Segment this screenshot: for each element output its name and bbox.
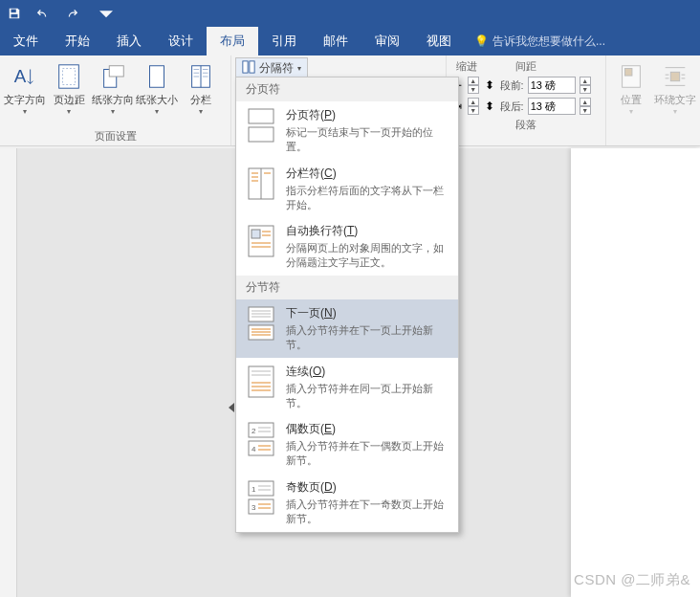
menu-item-page-break[interactable]: 分页符(P) 标记一页结束与下一页开始的位置。	[236, 101, 458, 160]
indent-header: 缩进	[456, 59, 477, 74]
quick-access-toolbar	[0, 0, 700, 27]
tab-review[interactable]: 审阅	[361, 27, 413, 55]
svg-rect-24	[670, 72, 679, 80]
svg-text:3: 3	[252, 503, 256, 512]
svg-text:1: 1	[252, 485, 256, 494]
svg-rect-3	[59, 65, 79, 88]
text-direction-icon: A	[11, 61, 39, 92]
svg-rect-0	[11, 10, 16, 13]
spacing-header: 间距	[515, 59, 536, 74]
menu-item-next-page[interactable]: 下一页(N) 插入分节符并在下一页上开始新节。	[236, 299, 458, 358]
tab-mailings[interactable]: 邮件	[310, 27, 361, 55]
svg-rect-6	[109, 66, 123, 77]
menu-item-odd-page[interactable]: 13 奇数页(D) 插入分节符并在下一奇数页上开始新节。	[236, 474, 458, 532]
svg-text:4: 4	[252, 445, 256, 453]
continuous-icon	[246, 364, 276, 400]
group-paragraph: 缩进 间距 ⇤ ▲▼ ⬍ 段前: ▲▼ ⇥ ▲▼ ⬍ 段后: ▲▼ 段落	[447, 55, 606, 145]
menu-item-text-wrapping-break[interactable]: 自动换行符(T) 分隔网页上的对象周围的文字，如分隔题注文字与正文。	[236, 217, 458, 276]
tab-design[interactable]: 设计	[155, 27, 207, 55]
tab-file[interactable]: 文件	[0, 27, 52, 55]
wrap-text-button[interactable]: 环绕文字 ▾	[654, 57, 696, 116]
spacing-after-label: 段后:	[500, 100, 524, 114]
position-button[interactable]: 位置 ▾	[610, 57, 652, 116]
qat-customize-icon[interactable]	[98, 5, 115, 22]
svg-rect-40	[252, 230, 260, 238]
page-breaks-section-header: 分页符	[236, 77, 458, 101]
tell-me-search[interactable]: 💡 告诉我您想要做什么...	[465, 27, 700, 55]
spacing-before-label: 段前:	[500, 78, 524, 93]
size-button[interactable]: 纸张大小 ▾	[136, 57, 178, 116]
breaks-icon	[242, 60, 255, 77]
column-break-icon	[246, 166, 276, 202]
save-icon[interactable]	[6, 5, 23, 22]
lightbulb-icon: 💡	[474, 34, 489, 48]
columns-icon	[186, 61, 215, 92]
wrap-text-icon	[661, 61, 689, 92]
tab-layout[interactable]: 布局	[207, 27, 258, 55]
breaks-dropdown: 分页符 分页符(P) 标记一页结束与下一页开始的位置。 分栏符(C) 指示分栏符…	[235, 77, 459, 533]
margins-icon	[55, 61, 83, 92]
tab-references[interactable]: 引用	[258, 27, 310, 55]
section-breaks-section-header: 分节符	[236, 276, 458, 299]
spacing-before-spinner[interactable]: ▲▼	[580, 77, 591, 94]
group-arrange: 位置 ▾ 环绕文字 ▾	[606, 55, 700, 145]
svg-rect-32	[249, 127, 273, 142]
svg-rect-23	[624, 69, 632, 77]
spacing-after-input[interactable]	[528, 98, 576, 115]
menu-item-even-page[interactable]: 24 偶数页(E) 插入分节符并在下一偶数页上开始新节。	[236, 415, 458, 474]
tab-view[interactable]: 视图	[413, 27, 465, 55]
next-page-icon	[246, 305, 276, 342]
indent-right-spinner[interactable]: ▲▼	[468, 98, 479, 115]
page-break-icon	[246, 107, 276, 144]
text-wrapping-icon	[246, 223, 276, 259]
tab-home[interactable]: 开始	[52, 27, 103, 55]
spacing-after-icon: ⬍	[483, 100, 496, 113]
breaks-label: 分隔符	[259, 60, 294, 77]
orientation-icon	[98, 61, 127, 92]
tab-insert[interactable]: 插入	[103, 27, 155, 55]
spacing-before-input[interactable]	[528, 77, 576, 94]
svg-rect-1	[11, 14, 18, 18]
ribbon-layout: A 文字方向 ▾ 页边距 ▾ 纸张方向 ▾ 纸张大小 ▾ 分栏	[0, 55, 700, 146]
group-label-paragraph: 段落	[450, 116, 602, 134]
left-margin-strip	[0, 148, 17, 597]
indent-left-spinner[interactable]: ▲▼	[468, 77, 479, 94]
svg-rect-17	[250, 60, 254, 72]
ribbon-tabs: 文件 开始 插入 设计 布局 引用 邮件 审阅 视图 💡 告诉我您想要做什么..…	[0, 27, 700, 55]
svg-rect-7	[150, 66, 164, 88]
redo-icon[interactable]	[63, 5, 80, 22]
size-icon	[142, 61, 171, 92]
orientation-button[interactable]: 纸张方向 ▾	[92, 57, 134, 116]
text-direction-button[interactable]: A 文字方向 ▾	[4, 57, 46, 116]
group-page-setup: A 文字方向 ▾ 页边距 ▾ 纸张方向 ▾ 纸张大小 ▾ 分栏	[0, 55, 231, 145]
margins-button[interactable]: 页边距 ▾	[48, 57, 90, 116]
chevron-down-icon: ▾	[297, 64, 301, 73]
menu-item-column-break[interactable]: 分栏符(C) 指示分栏符后面的文字将从下一栏开始。	[236, 160, 458, 218]
tell-me-placeholder: 告诉我您想要做什么...	[492, 33, 605, 50]
odd-page-icon: 13	[246, 479, 276, 516]
svg-rect-31	[249, 109, 273, 123]
position-icon	[617, 61, 645, 92]
watermark-text: CSDN @二师弟&	[574, 571, 690, 589]
group-label-page-setup: 页面设置	[4, 127, 227, 145]
svg-text:2: 2	[252, 427, 256, 435]
columns-button[interactable]: 分栏 ▾	[180, 57, 222, 116]
spacing-after-spinner[interactable]: ▲▼	[580, 98, 591, 115]
svg-text:A: A	[14, 66, 27, 86]
menu-item-continuous[interactable]: 连续(O) 插入分节符并在同一页上开始新节。	[236, 358, 458, 416]
even-page-icon: 24	[246, 421, 276, 457]
document-page[interactable]	[571, 148, 700, 597]
selection-arrow-icon	[229, 403, 234, 412]
undo-icon[interactable]	[34, 5, 52, 22]
breaks-button[interactable]: 分隔符 ▾	[235, 57, 308, 78]
svg-rect-16	[243, 60, 248, 72]
spacing-before-icon: ⬍	[483, 78, 496, 92]
